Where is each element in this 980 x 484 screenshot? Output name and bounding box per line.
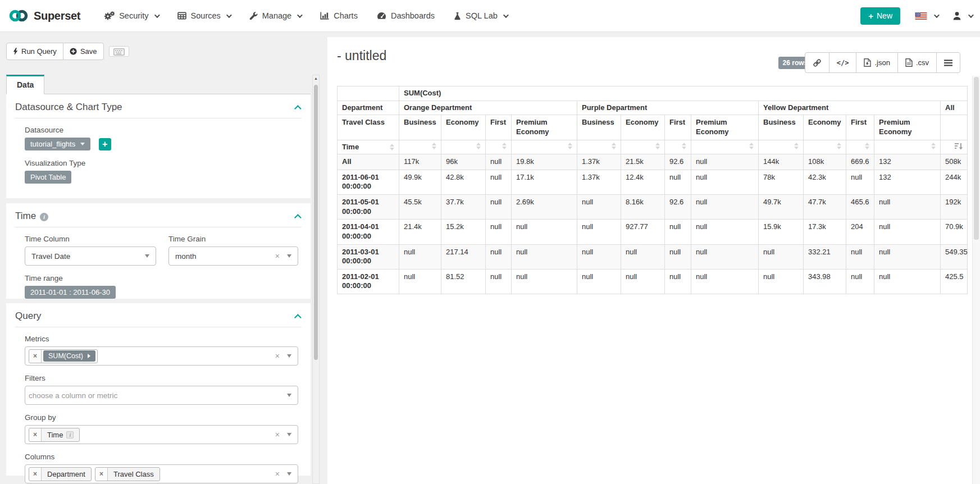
pivot-cell: 92.6	[665, 154, 691, 170]
viz-type-value-badge[interactable]: Pivot Table	[25, 171, 71, 184]
sort-icon[interactable]	[682, 143, 686, 149]
sort-column-header-all[interactable]	[941, 140, 968, 154]
clear-icon[interactable]: ×	[275, 252, 280, 260]
sort-icon[interactable]	[476, 143, 481, 149]
sort-column-header[interactable]	[577, 140, 621, 154]
pivot-cell: All	[338, 154, 399, 170]
sort-icon[interactable]	[655, 143, 660, 149]
keyboard-shortcuts-button[interactable]	[109, 46, 129, 57]
scroll-up-arrow-icon[interactable]: ▲	[313, 76, 319, 80]
pivot-cell: null	[486, 220, 512, 244]
column-token[interactable]: × Travel Class	[95, 467, 160, 481]
clear-icon[interactable]: ×	[275, 470, 280, 478]
filters-input[interactable]	[29, 391, 262, 400]
sort-icon[interactable]	[432, 143, 436, 149]
metrics-select[interactable]: × SUM(Cost) ×	[25, 346, 298, 366]
metric-pill[interactable]: SUM(Cost)	[43, 350, 95, 362]
scrollbar-thumb[interactable]	[974, 77, 979, 240]
remove-icon[interactable]: ×	[29, 350, 42, 363]
pivot-cell: 192k	[941, 195, 968, 220]
sort-column-header[interactable]	[486, 140, 512, 154]
export-csv-button[interactable]: .csv	[897, 52, 937, 73]
select-caret-icon[interactable]	[287, 472, 291, 476]
pivot-cell: 49.7k	[759, 195, 804, 220]
clear-icon[interactable]: ×	[275, 431, 280, 439]
sort-column-header[interactable]	[691, 140, 759, 154]
sort-icon[interactable]	[502, 143, 507, 149]
nav-manage[interactable]: Manage	[240, 0, 311, 32]
superset-logo[interactable]: Superset	[8, 8, 80, 23]
time-column-select[interactable]: Travel Date	[25, 246, 156, 266]
groupby-token[interactable]: × Time i	[29, 428, 80, 442]
sort-icon[interactable]	[837, 143, 841, 149]
sort-column-header[interactable]: Time	[338, 140, 399, 154]
pivot-cell: 2011-03-01 00:00:00	[338, 244, 399, 269]
nav-sources[interactable]: Sources	[168, 0, 240, 32]
scrollbar-thumb[interactable]	[314, 85, 318, 360]
groupby-select[interactable]: × Time i ×	[25, 425, 298, 444]
clear-icon[interactable]: ×	[275, 352, 280, 360]
pivot-cell: null	[486, 170, 512, 194]
share-link-button[interactable]	[805, 52, 829, 73]
nav-charts[interactable]: Charts	[311, 0, 367, 32]
sort-column-header[interactable]	[441, 140, 486, 154]
pivot-cell: null	[759, 269, 804, 294]
select-caret-icon[interactable]	[145, 254, 149, 258]
brand-name: Superset	[34, 10, 80, 22]
remove-icon[interactable]: ×	[95, 468, 108, 481]
select-caret-icon[interactable]	[287, 433, 291, 436]
pivot-cell: 47.7k	[804, 195, 846, 220]
time-grain-select[interactable]: month ×	[168, 246, 298, 266]
filters-select[interactable]	[25, 386, 298, 405]
sort-column-header[interactable]	[804, 140, 846, 154]
sort-column-header[interactable]	[874, 140, 941, 154]
table-menu-button[interactable]	[936, 52, 960, 73]
sort-desc-icon[interactable]	[955, 143, 963, 150]
sort-icon[interactable]	[568, 143, 572, 149]
nav-dashboards[interactable]: Dashboards	[367, 0, 444, 32]
run-query-button[interactable]: Run Query	[6, 43, 63, 60]
new-button[interactable]: + New	[860, 7, 900, 25]
metric-token[interactable]: × SUM(Cost)	[29, 349, 98, 363]
sort-column-header[interactable]	[621, 140, 665, 154]
collapse-chevron-icon[interactable]	[294, 105, 302, 112]
left-scrollbar[interactable]: ▲	[312, 75, 320, 484]
collapse-chevron-icon[interactable]	[294, 214, 302, 221]
pivot-cell: 2011-04-01 00:00:00	[338, 220, 399, 244]
sort-column-header[interactable]	[665, 140, 691, 154]
datasource-value-badge[interactable]: tutorial_flights	[25, 138, 90, 150]
view-query-button[interactable]: </>	[829, 52, 857, 73]
pivot-cell: 1.37k	[577, 170, 621, 194]
sort-icon[interactable]	[749, 143, 754, 149]
export-json-button[interactable]: .json	[856, 52, 897, 73]
sort-icon[interactable]	[931, 143, 936, 149]
chart-scrollbar[interactable]	[972, 76, 980, 484]
sort-icon[interactable]	[865, 143, 869, 149]
save-button[interactable]: Save	[63, 43, 104, 60]
remove-icon[interactable]: ×	[29, 468, 42, 481]
sort-column-header[interactable]	[759, 140, 804, 154]
nav-sql-lab[interactable]: SQL Lab	[444, 0, 517, 32]
select-caret-icon[interactable]	[287, 254, 291, 258]
collapse-chevron-icon[interactable]	[294, 314, 302, 321]
columns-select[interactable]: × Department × Travel Class ×	[25, 464, 298, 483]
column-token[interactable]: × Department	[29, 467, 92, 481]
sort-icon[interactable]	[390, 144, 394, 150]
remove-icon[interactable]: ×	[29, 428, 42, 441]
sort-column-header[interactable]	[512, 140, 577, 154]
edit-datasource-button[interactable]: +	[99, 138, 111, 150]
sort-icon[interactable]	[794, 143, 799, 149]
pivot-cell: 17.1k	[512, 170, 577, 194]
pivot-cell: 117k	[399, 154, 441, 170]
user-menu[interactable]	[952, 11, 972, 20]
nav-security[interactable]: Security	[95, 0, 167, 32]
pivot-cell: 92.6	[665, 195, 691, 220]
select-caret-icon[interactable]	[287, 394, 291, 397]
sort-column-header[interactable]	[846, 140, 874, 154]
select-caret-icon[interactable]	[287, 354, 291, 358]
tab-data[interactable]: Data	[6, 75, 44, 94]
time-range-value-badge[interactable]: 2011-01-01 : 2011-06-30	[25, 286, 116, 299]
sort-column-header[interactable]	[399, 140, 441, 154]
language-menu[interactable]	[915, 12, 938, 20]
sort-icon[interactable]	[612, 143, 616, 149]
